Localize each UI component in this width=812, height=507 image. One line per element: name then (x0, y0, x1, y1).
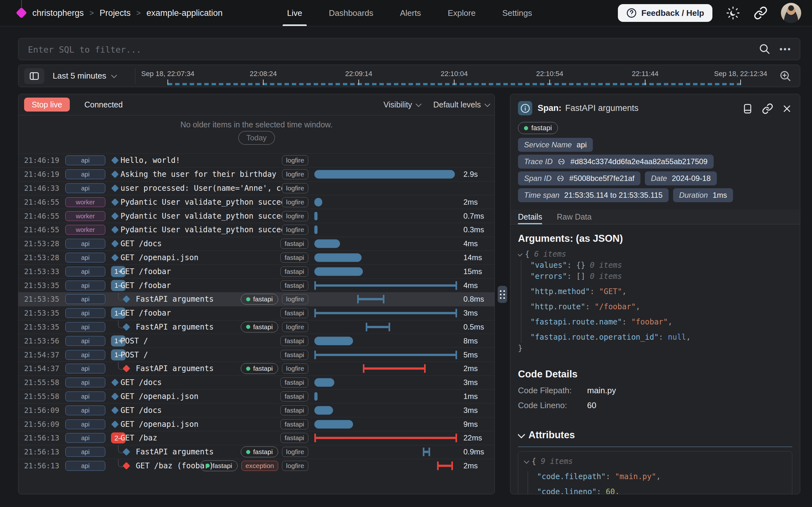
span-row[interactable]: 21:53:35apiFastAPI argumentsfastapilogfi… (18, 292, 495, 306)
span-tags: logfire (282, 155, 308, 165)
span-row[interactable]: 21:46:55workerPydantic User validate_pyt… (18, 209, 495, 223)
span-row[interactable]: 21:46:19apiHello, world!logfire (18, 153, 495, 167)
breadcrumb-projects[interactable]: Projects (100, 8, 131, 18)
tab-live[interactable]: Live (287, 0, 302, 26)
span-row[interactable]: 21:46:33apiuser processed: User(name='An… (18, 181, 495, 195)
json-line: "http.method": "GET", (530, 286, 792, 297)
span-row[interactable]: 21:54:37apiFastAPI argumentsfastapilogfi… (18, 361, 495, 376)
more-options-icon[interactable]: ••• (780, 45, 792, 54)
duration-label: 0.8ms (463, 295, 484, 303)
tag-fastapi: fastapi (281, 267, 308, 277)
duration-label: 14ms (463, 253, 482, 262)
timeline-tick-mark (358, 79, 359, 85)
span-rows: 21:46:19apiHello, world!logfire21:46:19a… (18, 153, 495, 472)
stop-live-button[interactable]: Stop live (24, 98, 70, 112)
tab-dashboards[interactable]: Dashboards (329, 0, 373, 26)
search-icon[interactable] (759, 43, 771, 55)
code-filepath-label: Code Filepath: (518, 386, 587, 395)
tab-settings[interactable]: Settings (502, 0, 532, 26)
live-panel-header: Stop live Connected Visibility Default l… (18, 94, 495, 115)
detail-tab-raw-data[interactable]: Raw Data (557, 210, 592, 224)
tag-logfire: logfire (282, 197, 308, 207)
collapse-chevron-icon[interactable] (518, 251, 522, 257)
span-row[interactable]: 21:53:35apiFastAPI argumentsfastapilogfi… (18, 320, 495, 334)
sidebar-toggle-button[interactable] (24, 68, 44, 84)
duration-bar (314, 350, 457, 359)
duration-label: 2ms (463, 461, 478, 470)
link-icon[interactable] (556, 174, 565, 182)
feedback-help-button[interactable]: Feedback / Help (618, 4, 712, 22)
logfire-logo-icon[interactable] (16, 0, 27, 26)
duration-bar (314, 226, 317, 234)
span-row[interactable]: 21:56:09apiGET /docsfastapi3ms (18, 403, 495, 417)
span-tags: logfire (282, 211, 308, 221)
span-row[interactable]: 21:53:56api1+POST /fastapi8ms (18, 334, 495, 348)
timeline-zoom-icon[interactable] (779, 70, 792, 82)
span-row[interactable]: 21:55:58apiGET /openapi.jsonfastapi1ms (18, 389, 495, 403)
tab-explore[interactable]: Explore (448, 0, 475, 26)
span-diamond-icon (111, 170, 119, 178)
tag-logfire: logfire (282, 322, 308, 332)
span-row[interactable]: 21:55:58apiGET /docsfastapi3ms (18, 376, 495, 389)
service-name-chip: Service Name api (518, 138, 593, 152)
attributes-toggle[interactable]: Attributes (518, 429, 792, 441)
detail-tab-details[interactable]: Details (518, 210, 542, 224)
json-line: "errors": [] 0 items (530, 271, 792, 282)
span-row[interactable]: 21:56:09apiGET /openapi.jsonfastapi9ms (18, 417, 495, 431)
span-tags: logfire (282, 183, 308, 193)
user-avatar[interactable] (781, 3, 801, 23)
breadcrumb-org[interactable]: christophergs (32, 8, 84, 18)
span-tag-pill: fastapi (518, 122, 558, 134)
duration-bar (314, 198, 322, 206)
span-diamond-icon (111, 254, 119, 262)
span-row[interactable]: 21:53:28apiGET /docsfastapi4ms (18, 237, 495, 250)
link-icon[interactable] (557, 158, 565, 166)
span-row[interactable]: 21:54:37api1–POST /fastapi5ms (18, 348, 495, 361)
span-row[interactable]: 21:53:35api1–GET /foobarfastapi3ms (18, 306, 495, 320)
span-row[interactable]: 21:46:55workerPydantic User validate_pyt… (18, 195, 495, 209)
span-row[interactable]: 21:56:13apiGET /baz (foobar)fastapiexcep… (18, 459, 495, 473)
tag-fastapi: fastapi (241, 363, 278, 374)
span-row[interactable]: 21:53:35api1–GET /foobarfastapi4ms (18, 278, 495, 292)
service-tag: api (65, 461, 105, 470)
span-message: GET /docs (120, 239, 282, 248)
span-message: Pydantic User validate_python succee (120, 225, 282, 234)
span-row[interactable]: 21:46:55workerPydantic User validate_pyt… (18, 223, 495, 237)
duration-bar (357, 295, 385, 303)
duration-label: 9ms (463, 420, 478, 429)
today-button[interactable]: Today (238, 131, 275, 145)
span-row[interactable]: 21:53:33api1+GET /foobarfastapi15ms (18, 264, 495, 278)
breadcrumb-project[interactable]: example-application (147, 8, 223, 18)
panel-resize-handle[interactable] (498, 286, 507, 303)
json-indented-block: "values": {} 0 items"errors": [] 0 items… (521, 260, 792, 343)
span-timestamp: 21:56:13 (24, 448, 59, 456)
tab-alerts[interactable]: Alerts (400, 0, 421, 26)
span-message: GET /docs (120, 406, 282, 415)
time-range-selector[interactable]: Last 5 minutes (53, 65, 115, 87)
arguments-heading: Arguments: (as JSON) (518, 233, 792, 244)
time-span-chip: Time span 21:53:35.114 to 21:53:35.115 (518, 188, 669, 202)
span-row[interactable]: 21:53:28apiGET /openapi.jsonfastapi14ms (18, 250, 495, 265)
span-row[interactable]: 21:56:13apiFastAPI argumentsfastapilogfi… (18, 445, 495, 459)
copy-link-icon[interactable] (762, 103, 773, 114)
span-diamond-icon (111, 406, 119, 414)
chevron-down-icon (484, 101, 490, 107)
share-link-icon[interactable] (754, 6, 768, 20)
span-tags: fastapilogfire (241, 294, 308, 304)
span-tags: logfire (282, 169, 308, 179)
service-tag: api (65, 267, 105, 276)
breadcrumb-separator: > (136, 9, 141, 17)
theme-toggle-icon[interactable] (726, 6, 740, 20)
span-row[interactable]: 21:46:19apiAsking the user for their bir… (18, 167, 495, 181)
sql-filter-input[interactable] (27, 38, 726, 60)
visibility-dropdown[interactable]: Visibility (384, 100, 420, 109)
close-icon[interactable] (782, 104, 792, 113)
span-message: Hello, world! (120, 156, 282, 165)
collapse-chevron-icon[interactable] (524, 458, 529, 464)
span-message: Pydantic User validate_python succee (120, 198, 282, 207)
dock-panel-icon[interactable] (742, 103, 753, 114)
duration-label: 1ms (463, 392, 478, 401)
duration-label: 2ms (463, 364, 478, 373)
span-row[interactable]: 21:56:13api2–GET /bazfastapi22ms (18, 431, 495, 445)
default-levels-dropdown[interactable]: Default levels (433, 100, 489, 109)
